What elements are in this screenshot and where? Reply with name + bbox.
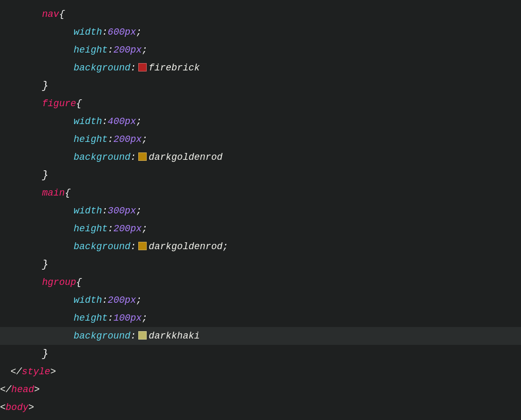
line-style-close: </style> [0,363,521,381]
token-angle-open: < [0,402,6,413]
color-swatch-firebrick [138,63,147,71]
token-value: 600 [108,27,125,37]
line-figure-close: } [0,166,521,184]
token-closing-brace: } [42,348,48,360]
token-property: width [74,27,102,37]
token-value: 200 [108,295,125,305]
token-property: background [74,63,130,73]
line-main-background: background:darkgoldenrod; [0,238,521,255]
token-colon: : [130,152,136,162]
token-property: height [74,313,108,323]
line-figure-height: height:200px; [0,130,521,148]
token-semi: ; [142,134,148,145]
token-angle: </ [11,366,22,377]
token-semi: ; [222,241,228,252]
color-swatch-darkkhaki [138,331,147,340]
token-selector: nav [42,9,59,19]
token-color-name: darkgoldenrod [149,241,222,252]
token-selector: hgroup [42,277,76,288]
token-value: 200 [114,45,130,55]
token-colon: : [108,223,114,234]
token-colon: : [108,313,114,323]
token-property: height [74,45,108,55]
token-closing-brace: } [42,169,48,181]
line-figure-selector: figure{ [0,95,521,112]
token-semi: ; [136,295,142,305]
token-closing-brace: } [42,80,48,92]
token-color-name: darkkhaki [149,331,200,341]
token-selector: figure [42,98,76,109]
line-main-selector: main{ [0,184,521,202]
line-hgroup-background: background:darkkhaki [0,327,521,345]
token-property: height [74,223,108,234]
line-main-height: height:200px; [0,220,521,238]
token-color-name: firebrick [149,63,200,73]
token-colon: : [108,45,114,55]
token-angle: </ [0,384,12,395]
token-value: 200 [114,134,130,145]
line-main-close: } [0,255,521,273]
token-property: width [74,295,102,305]
token-semi: ; [142,223,148,234]
token-colon: : [102,206,108,216]
token-property: width [74,206,102,216]
token-semi: ; [142,45,148,55]
token-colon: : [102,295,108,305]
token-colon: : [108,134,114,145]
line-hgroup-width: width:200px; [0,291,521,309]
token-property: width [74,116,102,127]
line-hgroup-close: } [0,345,521,363]
line-nav-selector: nav{ [0,5,521,23]
token-property: background [74,152,130,162]
token-tag-style: style [22,366,50,377]
token-angle-close: > [50,366,56,377]
line-nav-height: height:200px; [0,41,521,59]
line-body-open: <body> [0,398,521,416]
token-value: 400 [108,116,125,127]
line-head-close: </head> [0,381,521,398]
token-tag-body: body [6,402,28,413]
token-colon: : [102,27,108,37]
token-colon: : [130,331,136,341]
token-unit: px [125,27,136,37]
token-property: height [74,134,108,145]
token-closing-brace: } [42,259,48,271]
token-unit: px [130,313,142,323]
token-property: background [74,331,130,341]
line-figure-width: width:400px; [0,112,521,130]
token-angle-close: > [34,384,40,395]
token-unit: px [125,116,136,127]
color-swatch-darkgoldenrod1 [138,152,147,161]
line-hgroup-selector: hgroup{ [0,273,521,291]
token-semi: ; [136,116,142,127]
token-brace: { [76,98,82,109]
line-section: <section>划分区域</section> [0,416,521,420]
token-brace: { [59,9,65,19]
token-colon: : [130,63,136,73]
line-nav-background: background:firebrick [0,59,521,77]
token-colon: : [102,116,108,127]
token-brace: { [65,188,70,198]
token-value: 100 [114,313,130,323]
token-unit: px [130,223,142,234]
token-color-name: darkgoldenrod [149,152,222,162]
token-colon: : [130,241,136,252]
token-unit: px [125,295,136,305]
token-semi: ; [136,27,142,37]
token-selector: main [42,188,65,198]
token-angle-close: > [28,402,34,413]
token-semi: ; [142,313,148,323]
token-tag-head: head [12,384,34,395]
token-property: background [74,241,130,252]
token-brace: { [76,277,82,288]
token-unit: px [125,206,136,216]
line-hgroup-height: height:100px; [0,309,521,327]
line-figure-background: background:darkgoldenrod [0,148,521,166]
token-value: 300 [108,206,125,216]
code-editor: nav{ width:600px; height:200px; backgrou… [0,0,521,420]
token-unit: px [130,45,142,55]
line-nav-close: } [0,77,521,95]
token-value: 200 [114,223,130,234]
token-unit: px [130,134,142,145]
color-swatch-darkgoldenrod2 [138,242,147,250]
